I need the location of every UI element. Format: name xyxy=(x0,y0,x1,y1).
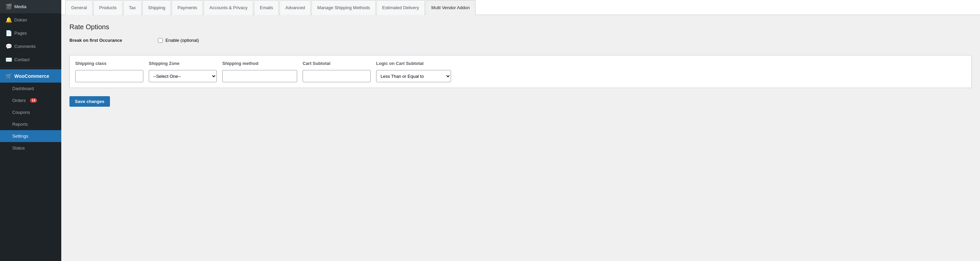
media-icon: 🎬 xyxy=(5,3,11,10)
cart-subtotal-cell xyxy=(302,70,371,82)
sidebar-item-woocommerce[interactable]: 🛒 WooCommerce xyxy=(0,69,61,82)
tab-emails[interactable]: Emails xyxy=(254,0,279,15)
break-on-first-label: Break on first Occurance xyxy=(70,38,158,43)
tab-shipping[interactable]: Shipping xyxy=(142,0,171,15)
tab-products[interactable]: Products xyxy=(93,0,122,15)
tab-advanced[interactable]: Advanced xyxy=(280,0,311,15)
tab-manage-shipping[interactable]: Manage Shipping Methods xyxy=(312,0,376,15)
break-on-first-row: Break on first Occurance Enable (optiona… xyxy=(70,38,972,48)
table-row: --Select One-- Less Than or Equal to Gre… xyxy=(75,70,966,82)
tab-multi-vendor[interactable]: Multi Vendor Addon xyxy=(425,0,476,15)
shipping-zone-cell: --Select One-- xyxy=(149,70,217,82)
col-header-shipping-zone: Shipping Zone xyxy=(149,61,217,66)
sidebar-item-label: Dokan xyxy=(14,17,27,22)
tab-tax[interactable]: Tax xyxy=(123,0,142,15)
sidebar-item-label: Comments xyxy=(14,44,36,49)
shipping-method-input[interactable] xyxy=(222,70,297,82)
col-header-shipping-method: Shipping method xyxy=(222,61,297,66)
comments-icon: 💬 xyxy=(5,43,11,50)
divider xyxy=(0,68,61,68)
save-button[interactable]: Save changes xyxy=(70,96,110,107)
sidebar-item-label: Orders xyxy=(12,98,26,103)
tab-payments[interactable]: Payments xyxy=(172,0,203,15)
cart-subtotal-input[interactable] xyxy=(302,70,371,82)
sidebar-item-label: Contact xyxy=(14,57,30,62)
sidebar-item-label: Status xyxy=(12,146,25,150)
shipping-class-input[interactable] xyxy=(75,70,143,82)
rate-table: Shipping class Shipping Zone Shipping me… xyxy=(70,55,972,88)
sidebar-item-dokan[interactable]: 🔔 Dokan xyxy=(0,13,61,27)
sidebar-item-label: Settings xyxy=(12,134,28,139)
col-header-cart-subtotal: Cart Subtotal xyxy=(302,61,371,66)
section-title: Rate Options xyxy=(70,23,972,31)
sidebar-item-media[interactable]: 🎬 Media xyxy=(0,0,61,13)
shipping-class-cell xyxy=(75,70,143,82)
tab-estimated-delivery[interactable]: Estimated Delivery xyxy=(377,0,425,15)
col-header-logic: Logic on Cart Subtotal xyxy=(376,61,451,66)
sidebar: 🎬 Media 🔔 Dokan 📄 Pages 💬 Comments ✉️ Co… xyxy=(0,0,61,261)
sidebar-item-label: Reports xyxy=(12,122,28,127)
sidebar-item-orders[interactable]: Orders 14 xyxy=(0,95,61,106)
sidebar-item-status[interactable]: Status xyxy=(0,142,61,154)
sidebar-item-label: WooCommerce xyxy=(14,73,49,79)
sidebar-item-settings[interactable]: Settings xyxy=(0,130,61,142)
sidebar-item-pages[interactable]: 📄 Pages xyxy=(0,27,61,40)
pages-icon: 📄 xyxy=(5,30,11,36)
logic-cell: Less Than or Equal to Greater Than Equal… xyxy=(376,70,451,82)
contact-icon: ✉️ xyxy=(5,56,11,63)
break-on-first-control: Enable (optional) xyxy=(158,38,199,43)
content-area: Rate Options Break on first Occurance En… xyxy=(61,15,980,261)
dokan-icon: 🔔 xyxy=(5,17,11,23)
tab-accounts-privacy[interactable]: Accounts & Privacy xyxy=(204,0,253,15)
sidebar-item-coupons[interactable]: Coupons xyxy=(0,106,61,118)
sidebar-item-label: Media xyxy=(14,4,26,9)
break-on-first-checkbox-label: Enable (optional) xyxy=(165,38,199,43)
shipping-method-cell xyxy=(222,70,297,82)
sidebar-item-contact[interactable]: ✉️ Contact xyxy=(0,53,61,66)
sidebar-item-label: Pages xyxy=(14,31,27,36)
sidebar-item-dashboard[interactable]: Dashboard xyxy=(0,82,61,95)
tab-general[interactable]: General xyxy=(65,0,92,15)
shipping-zone-select[interactable]: --Select One-- xyxy=(149,70,217,82)
col-header-shipping-class: Shipping class xyxy=(75,61,143,66)
logic-select[interactable]: Less Than or Equal to Greater Than Equal… xyxy=(376,70,451,82)
sidebar-item-label: Dashboard xyxy=(12,86,34,91)
main-area: General Products Tax Shipping Payments A… xyxy=(61,0,980,261)
tabs-bar: General Products Tax Shipping Payments A… xyxy=(61,0,980,15)
break-on-first-checkbox[interactable] xyxy=(158,38,163,43)
woocommerce-icon: 🛒 xyxy=(5,73,11,79)
sidebar-item-label: Coupons xyxy=(12,110,30,115)
orders-badge: 14 xyxy=(30,98,37,103)
table-header: Shipping class Shipping Zone Shipping me… xyxy=(75,61,966,66)
sidebar-item-reports[interactable]: Reports xyxy=(0,118,61,130)
sidebar-item-comments[interactable]: 💬 Comments xyxy=(0,40,61,53)
